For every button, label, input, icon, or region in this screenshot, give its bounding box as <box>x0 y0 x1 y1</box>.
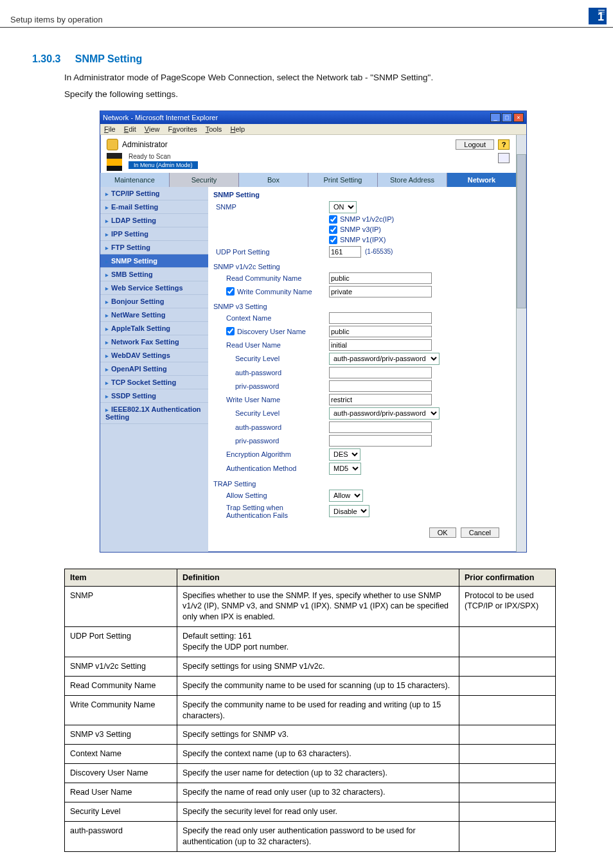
sidebar-item-ssdp[interactable]: SSDP Setting <box>100 389 208 403</box>
read-privpw-input[interactable] <box>329 380 432 392</box>
discovery-user-checkbox[interactable]: Discovery User Name <box>226 327 329 335</box>
help-icon[interactable]: ? <box>498 139 510 150</box>
menu-tools[interactable]: Tools <box>206 125 222 133</box>
sidebar-item-openapi[interactable]: OpenAPI Setting <box>100 362 208 376</box>
sidebar-item-snmp[interactable]: SNMP Setting <box>100 254 208 268</box>
udp-port-range: (1-65535) <box>365 248 393 255</box>
tab-security[interactable]: Security <box>170 173 239 187</box>
snmp-v3-checkbox[interactable]: SNMP v3(IP) <box>329 226 381 234</box>
read-privpw-label: priv-password <box>213 382 329 390</box>
table-row: Context NameSpecify the context name (up… <box>65 745 556 764</box>
cell-definition: Default setting: 161 Specify the UDP por… <box>177 627 459 657</box>
menu-edit[interactable]: Edit <box>124 125 136 133</box>
col-prior: Prior confirmation <box>459 569 556 586</box>
write-community-checkbox[interactable]: Write Community Name <box>226 287 329 296</box>
read-community-label: Read Community Name <box>213 274 329 282</box>
snmp-v1ipx-checkbox[interactable]: SNMP v1(IPX) <box>329 236 386 244</box>
write-authpw-input[interactable] <box>329 421 432 433</box>
read-community-input[interactable] <box>329 272 432 284</box>
sidebar-item-webdav[interactable]: WebDAV Settings <box>100 349 208 362</box>
window-close-icon[interactable]: × <box>513 113 524 122</box>
cell-item: SNMP <box>65 586 177 627</box>
sidebar-item-appletalk[interactable]: AppleTalk Setting <box>100 322 208 335</box>
ok-button[interactable]: OK <box>429 527 456 538</box>
write-authpw-label: auth-password <box>213 423 329 431</box>
read-security-select[interactable]: auth-password/priv-password <box>329 353 440 365</box>
tab-store-address[interactable]: Store Address <box>378 173 447 187</box>
allow-setting-select[interactable]: Allow <box>329 490 363 502</box>
sidebar-item-smb[interactable]: SMB Setting <box>100 268 208 281</box>
chapter-badge: 1 <box>589 8 607 24</box>
allow-setting-label: Allow Setting <box>213 492 329 499</box>
logout-button[interactable]: Logout <box>456 139 494 150</box>
intro-paragraph-1: In Administrator mode of PageScope Web C… <box>64 71 584 84</box>
vertical-scrollbar[interactable] <box>516 135 526 552</box>
window-maximize-icon[interactable]: □ <box>502 113 512 122</box>
encryption-alg-select[interactable]: DES <box>329 448 360 461</box>
sidebar-item-netware[interactable]: NetWare Setting <box>100 308 208 322</box>
cell-definition: Specify settings for SNMP v3. <box>177 725 459 745</box>
cell-item: UDP Port Setting <box>65 627 177 657</box>
read-authpw-label: auth-password <box>213 369 329 376</box>
col-definition: Definition <box>177 569 459 586</box>
window-title: Network - Microsoft Internet Explorer <box>103 114 218 121</box>
auth-method-select[interactable]: MD5 <box>329 463 361 475</box>
admin-label: Administrator <box>122 140 168 149</box>
menu-view[interactable]: View <box>145 125 160 133</box>
cell-item: auth-password <box>65 821 177 851</box>
snmp-v1v2c-checkbox[interactable]: SNMP v1/v2c(IP) <box>329 215 394 224</box>
write-privpw-input[interactable] <box>329 435 432 447</box>
cell-definition: Specify the name of read only user (up t… <box>177 783 459 802</box>
cell-definition: Specify the user name for detection (up … <box>177 764 459 783</box>
sidebar-item-ldap[interactable]: LDAP Setting <box>100 214 208 227</box>
write-security-label: Security Level <box>213 409 329 417</box>
sidebar-item-ipp[interactable]: IPP Setting <box>100 227 208 241</box>
group-v3: SNMP v3 Setting <box>213 303 511 310</box>
sidebar-item-ieee8021x[interactable]: IEEE802.1X Authentication Setting <box>100 403 208 424</box>
cell-prior <box>459 764 556 783</box>
group-v1v2c: SNMP v1/v2c Setting <box>213 263 511 270</box>
cell-prior <box>459 657 556 676</box>
read-user-input[interactable] <box>329 339 432 351</box>
menu-favorites[interactable]: Favorites <box>168 125 197 133</box>
cell-item: Context Name <box>65 745 177 764</box>
read-security-label: Security Level <box>213 355 329 362</box>
tab-maintenance[interactable]: Maintenance <box>100 173 170 187</box>
snmp-select[interactable]: ON <box>329 201 357 213</box>
sidebar-item-networkfax[interactable]: Network Fax Setting <box>100 335 208 349</box>
device-status-icon <box>107 153 122 171</box>
sidebar-item-email[interactable]: E-mail Setting <box>100 200 208 214</box>
sidebar-item-webservice[interactable]: Web Service Settings <box>100 281 208 295</box>
sidebar-item-bonjour[interactable]: Bonjour Setting <box>100 295 208 308</box>
sidebar-item-tcpsocket[interactable]: TCP Socket Setting <box>100 376 208 389</box>
tab-print-setting[interactable]: Print Setting <box>308 173 378 187</box>
menu-help[interactable]: Help <box>230 125 245 133</box>
write-user-input[interactable] <box>329 394 432 405</box>
table-row: Read User NameSpecify the name of read o… <box>65 783 556 802</box>
cell-item: Read Community Name <box>65 676 177 695</box>
status-mode: In Menu (Admin Mode) <box>129 161 198 169</box>
refresh-icon[interactable] <box>498 153 510 163</box>
cancel-button[interactable]: Cancel <box>461 527 499 538</box>
sidebar-item-tcpip[interactable]: TCP/IP Setting <box>100 187 208 200</box>
panel-title: SNMP Setting <box>213 191 511 199</box>
tab-box[interactable]: Box <box>239 173 308 187</box>
cell-item: SNMP v1/v2c Setting <box>65 657 177 676</box>
context-name-input[interactable] <box>329 312 432 324</box>
cell-definition: Specify the security level for read only… <box>177 802 459 821</box>
sidebar-item-ftp[interactable]: FTP Setting <box>100 241 208 254</box>
trap-fail-select[interactable]: Disable <box>329 505 369 517</box>
read-authpw-input[interactable] <box>329 367 432 378</box>
window-minimize-icon[interactable]: _ <box>490 113 501 122</box>
menu-file[interactable]: File <box>104 125 116 133</box>
cell-definition: Specifies whether to use the SNMP. If ye… <box>177 586 459 627</box>
tab-network[interactable]: Network <box>447 173 516 187</box>
write-security-select[interactable]: auth-password/priv-password <box>329 407 440 420</box>
write-community-input[interactable] <box>329 286 432 297</box>
write-user-label: Write User Name <box>213 396 329 403</box>
definitions-table: Item Definition Prior confirmation SNMPS… <box>64 569 556 852</box>
discovery-user-input[interactable] <box>329 326 432 337</box>
table-row: Read Community NameSpecify the community… <box>65 676 556 695</box>
browser-menubar[interactable]: File Edit View Favorites Tools Help <box>100 124 526 135</box>
udp-port-input[interactable] <box>329 246 361 258</box>
